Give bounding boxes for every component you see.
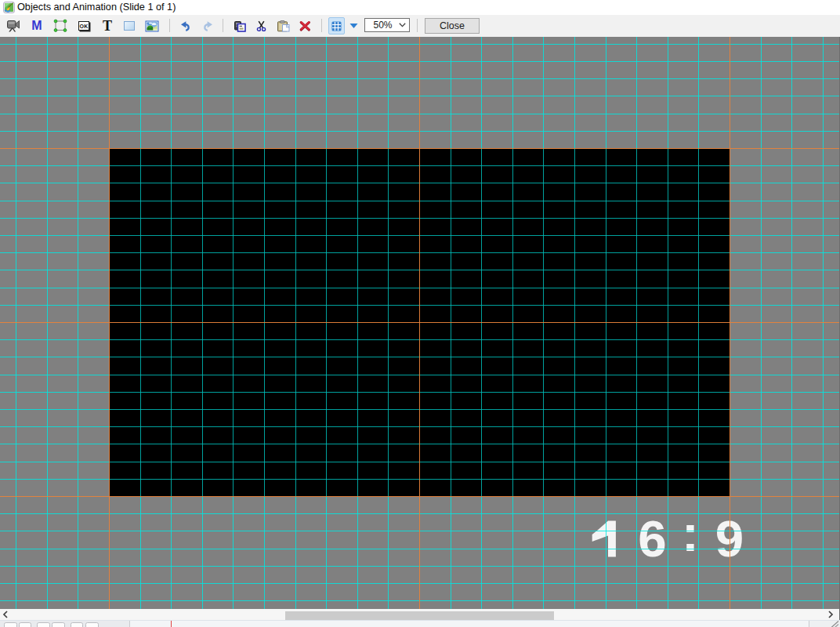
resize-grip-icon [831, 621, 839, 627]
rectangle-icon [124, 21, 135, 31]
svg-text::: : [682, 505, 699, 562]
ok-button-icon: OK [78, 21, 89, 31]
cut-button[interactable] [255, 15, 266, 37]
add-image-button[interactable] [145, 15, 159, 37]
objects-animation-app-icon [3, 2, 15, 13]
grid-icon [331, 21, 342, 31]
add-text-button[interactable]: T [100, 15, 114, 37]
objects-and-animation-window: Objects and Animation (Slide 1 of 1) M [0, 0, 840, 627]
timeline-playhead [171, 621, 172, 627]
background-mini-button [19, 622, 32, 627]
horizontal-scrollbar[interactable] [0, 609, 840, 620]
svg-text:6: 6 [638, 510, 666, 567]
frame-icon [52, 18, 68, 34]
scroll-left-arrow[interactable] [0, 609, 11, 620]
text-t-glyph: T [103, 18, 112, 34]
background-mini-button [37, 622, 50, 627]
mask-m-glyph: M [31, 19, 42, 33]
window-title: Objects and Animation (Slide 1 of 1) [17, 0, 176, 15]
add-mask-button[interactable]: M [30, 15, 44, 37]
close-button-label: Close [440, 20, 465, 31]
scrollbar-thumb[interactable] [285, 611, 554, 620]
copy-button[interactable] [232, 15, 246, 37]
background-mini-button [85, 622, 99, 627]
editor-canvas[interactable]: 6:9 [0, 37, 840, 609]
canvas-grid-layer: 6:9 [0, 37, 840, 609]
toolbar-separator-2 [223, 19, 223, 32]
redo-icon [202, 20, 215, 33]
zoom-select[interactable]: 50% [364, 18, 410, 32]
chevron-right-icon [827, 611, 834, 618]
grid-toggle-button[interactable] [328, 17, 345, 34]
close-button[interactable]: Close [425, 18, 480, 34]
background-app-strip [0, 620, 840, 627]
toolbar-separator-3 [321, 19, 322, 32]
titlebar: Objects and Animation (Slide 1 of 1) [0, 0, 840, 15]
chevron-down-icon [399, 23, 406, 27]
toolbar-separator-4 [417, 19, 418, 32]
scissors-icon [256, 20, 266, 32]
image-icon [145, 20, 159, 32]
add-rectangle-button[interactable] [123, 15, 136, 37]
paste-icon [277, 20, 290, 32]
video-camera-icon [6, 18, 22, 34]
grid-options-dropdown[interactable] [347, 15, 360, 37]
background-mini-button [4, 622, 17, 627]
undo-button[interactable] [178, 15, 192, 37]
paste-button[interactable] [276, 15, 290, 37]
chevron-left-icon [2, 611, 9, 618]
add-video-button[interactable] [6, 15, 22, 37]
svg-text:9: 9 [715, 510, 744, 567]
redo-button[interactable] [201, 15, 215, 37]
zoom-value: 50% [365, 20, 399, 31]
dropdown-arrow-icon [349, 23, 358, 29]
add-button-button[interactable]: OK [77, 15, 91, 37]
scroll-right-arrow[interactable] [825, 609, 836, 620]
toolbar: M OK T [0, 15, 840, 37]
background-mini-button [71, 622, 84, 627]
delete-x-icon [299, 20, 311, 32]
copy-icon [233, 20, 246, 32]
delete-button[interactable] [299, 15, 311, 37]
background-timeline-area [129, 621, 809, 627]
background-mini-button [52, 622, 65, 627]
add-frame-button[interactable] [52, 15, 68, 37]
undo-icon [179, 20, 191, 33]
toolbar-separator-1 [169, 19, 170, 32]
